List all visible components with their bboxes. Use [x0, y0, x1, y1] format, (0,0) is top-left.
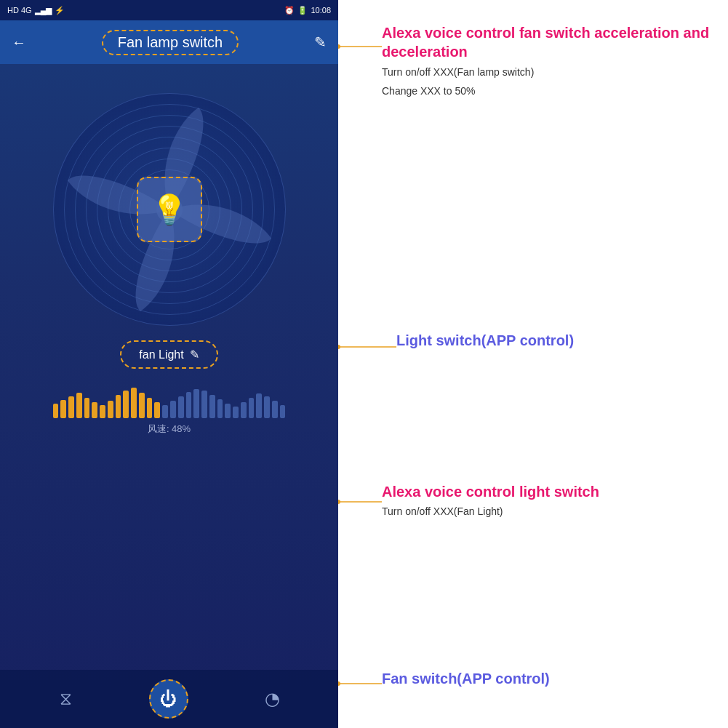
speed-slider-area: 风速: 48% — [46, 382, 293, 436]
svg-point-4 — [338, 345, 340, 349]
speed-bar-2 — [68, 396, 74, 418]
speed-bar-14 — [162, 405, 168, 418]
speed-bar-6 — [100, 405, 105, 418]
fan-control-area: 💡 fan Light ✎ 风速: 48% — [0, 64, 338, 670]
ann3-desc: Turn on/off XXX(Fan Light) — [382, 503, 599, 519]
timer-icon: ⧖ — [60, 689, 72, 709]
speed-bars[interactable] — [46, 382, 293, 418]
speed-bar-23 — [233, 407, 239, 418]
speed-bar-0 — [53, 404, 59, 418]
speed-bar-10 — [131, 388, 137, 418]
status-bar-left: HD 4G ▂▄▆ ⚡ — [7, 6, 65, 15]
speed-bar-26 — [256, 393, 262, 418]
fan-light-edit-icon[interactable]: ✎ — [190, 348, 199, 361]
ann1-desc1: Turn on/off XXX(Fan lamp switch) — [382, 64, 728, 80]
annotation-4: Fan switch(APP control) — [382, 669, 550, 688]
back-button[interactable]: ← — [12, 34, 26, 51]
speed-bar-3 — [76, 393, 82, 418]
timer-button[interactable]: ⧖ — [47, 679, 86, 719]
speed-bar-12 — [147, 398, 153, 418]
speed-bar-24 — [241, 402, 247, 418]
speed-bar-7 — [108, 401, 113, 418]
speed-bar-25 — [249, 398, 255, 418]
app-header: ← Fan lamp switch ✎ — [0, 20, 338, 64]
speed-bar-4 — [84, 398, 90, 418]
speed-bar-13 — [154, 402, 160, 418]
time-text: 10:08 — [311, 6, 331, 15]
fan-circle-container: 💡 — [53, 93, 286, 326]
speed-bar-21 — [217, 399, 223, 418]
power-icon: ⏻ — [160, 689, 177, 709]
speed-bar-15 — [170, 401, 176, 418]
fan-light-label[interactable]: fan Light ✎ — [120, 340, 217, 369]
speed-bar-22 — [225, 404, 231, 418]
edit-button[interactable]: ✎ — [314, 33, 327, 51]
ann4-arrow — [338, 0, 728, 728]
wifi-icon: ⚡ — [55, 6, 65, 15]
svg-point-8 — [338, 681, 340, 686]
annotation-2: Light switch(APP control) — [396, 331, 574, 350]
status-bar: HD 4G ▂▄▆ ⚡ ⏰ 🔋 10:08 — [0, 0, 338, 20]
ann2-title: Light switch(APP control) — [396, 331, 574, 350]
svg-point-6 — [338, 500, 340, 504]
speed-bar-28 — [272, 401, 278, 418]
speed-bar-16 — [178, 396, 184, 418]
battery-icon: 🔋 — [297, 6, 308, 15]
schedule-icon: ◔ — [265, 689, 280, 709]
fan-light-text: fan Light — [139, 348, 183, 361]
speed-bar-9 — [123, 391, 129, 418]
signal-icon: ▂▄▆ — [35, 6, 52, 15]
ann3-title: Alexa voice control light switch — [382, 484, 599, 500]
app-header-title: Fan lamp switch — [102, 30, 239, 55]
annotation-3: Alexa voice control light switch Turn on… — [382, 484, 599, 519]
schedule-button[interactable]: ◔ — [252, 679, 292, 719]
speed-bar-5 — [92, 402, 97, 418]
speed-bar-18 — [193, 389, 199, 418]
phone-panel: HD 4G ▂▄▆ ⚡ ⏰ 🔋 10:08 ← Fan lamp switch … — [0, 0, 338, 728]
speed-bar-17 — [186, 392, 192, 418]
bottom-nav: ⧖ ⏻ ◔ — [0, 670, 338, 728]
power-button[interactable]: ⏻ — [149, 679, 188, 719]
speed-bar-1 — [60, 400, 66, 418]
speed-bar-8 — [116, 395, 121, 418]
speed-bar-20 — [209, 395, 215, 418]
ann1-desc2: Change XXX to 50% — [382, 83, 728, 99]
ann1-title: Alexa voice control fan switch accelerat… — [382, 23, 728, 61]
light-switch-button[interactable]: 💡 — [137, 177, 202, 242]
speed-bar-27 — [264, 396, 270, 418]
status-bar-right: ⏰ 🔋 10:08 — [284, 6, 331, 15]
alarm-icon: ⏰ — [284, 6, 295, 15]
carrier-text: HD 4G — [7, 6, 32, 15]
speed-bar-29 — [280, 405, 286, 418]
light-bulb-icon: 💡 — [151, 193, 188, 227]
speed-label: 风速: 48% — [148, 423, 191, 436]
speed-bar-19 — [201, 391, 207, 418]
svg-point-2 — [338, 44, 340, 49]
ann4-title: Fan switch(APP control) — [382, 669, 550, 688]
speed-bar-11 — [139, 393, 145, 418]
annotations-panel: Alexa voice control fan switch accelerat… — [338, 0, 728, 728]
annotation-1: Alexa voice control fan switch accelerat… — [382, 23, 728, 100]
